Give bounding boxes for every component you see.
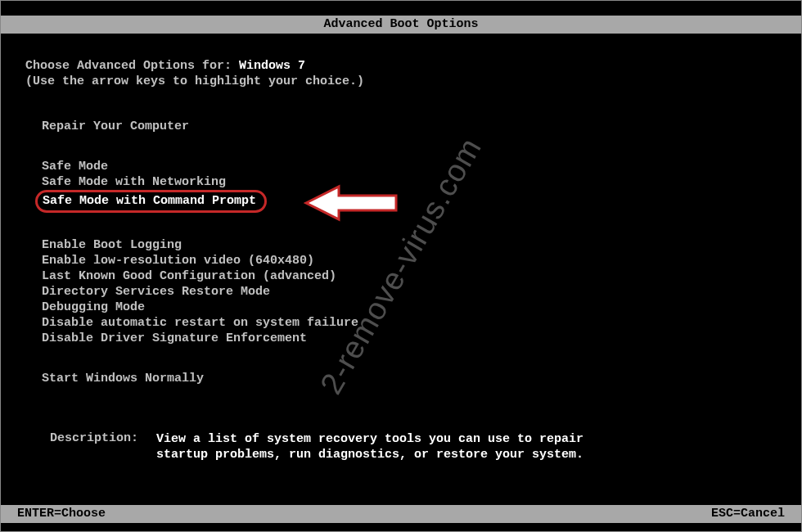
menu-item-last-known-good[interactable]: Last Known Good Configuration (advanced) <box>42 268 336 284</box>
menu-item-repair[interactable]: Repair Your Computer <box>42 119 189 134</box>
menu-item-safe-mode-cmd[interactable]: Safe Mode with Command Prompt <box>35 190 267 213</box>
title-text: Advanced Boot Options <box>323 17 478 31</box>
footer-bar: ENTER=Choose ESC=Cancel <box>1 505 801 523</box>
menu-item-disable-restart[interactable]: Disable automatic restart on system fail… <box>42 315 358 331</box>
menu-item-safe-mode-networking[interactable]: Safe Mode with Networking <box>42 174 226 190</box>
description-section: Description: View a list of system recov… <box>25 431 777 462</box>
title-bar: Advanced Boot Options <box>1 16 801 34</box>
menu-item-disable-sig[interactable]: Disable Driver Signature Enforcement <box>42 331 307 346</box>
options-group: Enable Boot Logging Enable low-resolutio… <box>42 237 777 346</box>
os-name: Windows 7 <box>239 59 305 73</box>
menu-item-debugging[interactable]: Debugging Mode <box>42 300 145 315</box>
footer-right: ESC=Cancel <box>711 505 785 523</box>
intro-line-1: Choose Advanced Options for: Windows 7 <box>25 58 777 74</box>
menu-section: Repair Your Computer Safe Mode Safe Mode… <box>25 119 777 386</box>
menu-item-boot-logging[interactable]: Enable Boot Logging <box>42 237 182 253</box>
menu-item-directory-services[interactable]: Directory Services Restore Mode <box>42 284 270 300</box>
normal-group: Start Windows Normally <box>42 371 777 386</box>
safe-mode-group: Safe Mode Safe Mode with Networking Safe… <box>42 159 777 213</box>
description-label: Description: <box>50 431 156 462</box>
description-text: View a list of system recovery tools you… <box>156 431 615 462</box>
menu-item-low-res[interactable]: Enable low-resolution video (640x480) <box>42 253 314 268</box>
content-area: Choose Advanced Options for: Windows 7 (… <box>1 34 801 462</box>
intro-line-2: (Use the arrow keys to highlight your ch… <box>25 74 777 89</box>
footer-left: ENTER=Choose <box>17 505 106 523</box>
menu-item-start-normally[interactable]: Start Windows Normally <box>42 371 204 386</box>
menu-item-safe-mode[interactable]: Safe Mode <box>42 159 108 174</box>
